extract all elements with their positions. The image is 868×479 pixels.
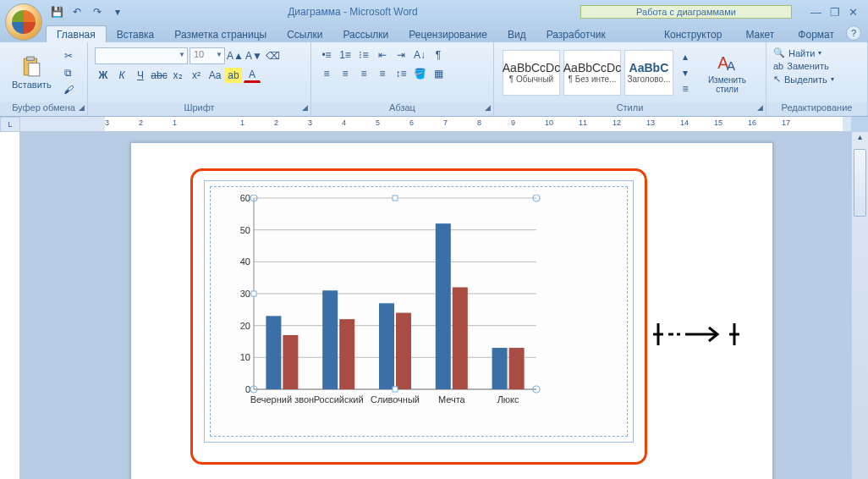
- strike-button[interactable]: abc: [151, 68, 168, 83]
- align-center-button[interactable]: ≡: [337, 66, 354, 81]
- chart-plot-area[interactable]: 0102030405060Вечерний звонРоссийскийСлив…: [230, 195, 543, 410]
- font-name-combo[interactable]: ▼: [95, 47, 188, 64]
- undo-icon[interactable]: ↶: [69, 4, 85, 19]
- line-spacing-button[interactable]: ↕≡: [393, 66, 409, 81]
- scroll-up-icon[interactable]: ▴: [852, 132, 868, 147]
- chevron-down-icon: ▼: [216, 51, 222, 58]
- copy-button[interactable]: ⧉: [60, 65, 77, 80]
- svg-text:10: 10: [240, 352, 250, 362]
- tab-review[interactable]: Рецензирование: [398, 26, 497, 42]
- qat-more-icon[interactable]: ▾: [110, 4, 125, 19]
- change-case-button[interactable]: Aa: [206, 68, 223, 83]
- svg-rect-30: [436, 223, 451, 389]
- contextual-tab-title: Работа с диаграммами: [580, 5, 792, 19]
- office-button[interactable]: [5, 3, 42, 41]
- bullets-button[interactable]: •≡: [318, 47, 335, 63]
- clear-format-button[interactable]: ⌫: [264, 48, 281, 63]
- grow-font-button[interactable]: A▲: [227, 48, 244, 63]
- shrink-font-button[interactable]: A▼: [245, 48, 262, 63]
- resize-hint-annotation: [653, 323, 746, 349]
- font-size-combo[interactable]: 10▼: [190, 47, 225, 64]
- styles-down-icon[interactable]: ▾: [677, 65, 694, 80]
- svg-rect-27: [379, 303, 394, 389]
- tab-insert[interactable]: Вставка: [107, 26, 165, 42]
- change-styles-icon: AA: [716, 52, 738, 74]
- cut-button[interactable]: ✂: [60, 48, 77, 63]
- style-heading1[interactable]: AaBbCЗаголово...: [624, 50, 673, 96]
- scroll-thumb[interactable]: [854, 149, 866, 217]
- chart-object[interactable]: 0102030405060Вечерний звонРоссийскийСлив…: [204, 180, 634, 443]
- select-button[interactable]: ↖Выделить▾: [773, 74, 834, 85]
- increase-indent-button[interactable]: ⇥: [393, 47, 409, 63]
- document-area[interactable]: 0102030405060Вечерний звонРоссийскийСлив…: [20, 132, 851, 479]
- font-color-button[interactable]: A: [244, 68, 261, 83]
- save-icon[interactable]: 💾: [49, 4, 64, 19]
- italic-button[interactable]: К: [113, 68, 130, 83]
- paste-label: Вставить: [12, 80, 52, 90]
- help-button[interactable]: ?: [846, 25, 861, 41]
- style-normal[interactable]: AaBbCcDc¶ Обычный: [503, 50, 560, 96]
- group-styles: AaBbCcDc¶ Обычный AaBbCcDc¶ Без инте... …: [494, 42, 766, 116]
- ruler-corner[interactable]: L: [0, 117, 20, 132]
- svg-rect-25: [339, 319, 354, 389]
- styles-more-icon[interactable]: ≡: [677, 81, 694, 96]
- highlight-button[interactable]: ab: [225, 68, 242, 83]
- paste-button[interactable]: Вставить: [7, 56, 57, 90]
- group-clipboard: Вставить ✂ ⧉ 🖌 Буфер обмена◢: [0, 42, 88, 116]
- minimize-button[interactable]: —: [810, 6, 821, 19]
- bold-button[interactable]: Ж: [95, 68, 112, 83]
- vertical-ruler[interactable]: [0, 132, 20, 479]
- tab-references[interactable]: Ссылки: [277, 26, 332, 42]
- svg-rect-22: [283, 335, 298, 389]
- sort-button[interactable]: A↓: [411, 47, 428, 63]
- group-font-label: Шрифт◢: [88, 102, 310, 116]
- multilevel-button[interactable]: ⁝≡: [355, 47, 372, 63]
- tab-developer[interactable]: Разработчик: [536, 26, 616, 42]
- tab-view[interactable]: Вид: [497, 26, 536, 42]
- borders-button[interactable]: ▦: [430, 66, 447, 81]
- align-left-button[interactable]: ≡: [318, 66, 335, 81]
- style-no-spacing[interactable]: AaBbCcDc¶ Без инте...: [563, 50, 621, 96]
- change-styles-button[interactable]: AA Изменить стили: [695, 52, 759, 94]
- tab-home[interactable]: Главная: [46, 25, 107, 42]
- underline-button[interactable]: Ч: [132, 68, 149, 83]
- svg-text:Вечерний звон: Вечерний звон: [250, 394, 314, 405]
- numbering-button[interactable]: 1≡: [337, 47, 354, 63]
- find-icon: 🔍: [773, 47, 785, 58]
- redo-icon[interactable]: ↷: [90, 4, 105, 19]
- group-editing-label: Редактирование: [766, 102, 867, 116]
- horizontal-ruler[interactable]: 3211234567891011121314151617: [20, 117, 851, 132]
- replace-button[interactable]: abЗаменить: [773, 61, 829, 71]
- justify-button[interactable]: ≡: [374, 66, 391, 81]
- paste-icon: [20, 56, 42, 78]
- tab-chart-layout[interactable]: Макет: [733, 26, 786, 42]
- tab-page-layout[interactable]: Разметка страницы: [164, 26, 277, 42]
- styles-up-icon[interactable]: ▴: [677, 49, 694, 64]
- office-logo-icon: [12, 10, 36, 34]
- page: 0102030405060Вечерний звонРоссийскийСлив…: [130, 142, 773, 479]
- vertical-scrollbar[interactable]: ▴: [851, 132, 868, 479]
- dialog-launcher-icon[interactable]: ◢: [302, 103, 308, 112]
- tab-mailings[interactable]: Рассылки: [332, 26, 398, 42]
- tab-chart-design[interactable]: Конструктор: [652, 26, 733, 42]
- decrease-indent-button[interactable]: ⇤: [374, 47, 391, 63]
- align-right-button[interactable]: ≡: [355, 66, 372, 81]
- shading-button[interactable]: 🪣: [411, 66, 428, 81]
- dialog-launcher-icon[interactable]: ◢: [485, 103, 491, 112]
- superscript-button[interactable]: x²: [188, 68, 205, 83]
- dialog-launcher-icon[interactable]: ◢: [79, 103, 85, 112]
- svg-text:Сливочный: Сливочный: [371, 394, 420, 405]
- dialog-launcher-icon[interactable]: ◢: [757, 103, 763, 112]
- svg-text:Российский: Российский: [314, 394, 364, 405]
- tab-chart-format[interactable]: Формат: [786, 26, 846, 42]
- maximize-button[interactable]: ❐: [830, 6, 840, 19]
- svg-text:20: 20: [240, 321, 250, 331]
- window-controls: — ❐ ✕: [800, 6, 868, 19]
- format-painter-button[interactable]: 🖌: [60, 82, 77, 97]
- quick-access-toolbar: 💾 ↶ ↷ ▾: [49, 4, 125, 19]
- find-button[interactable]: 🔍Найти▾: [773, 47, 821, 58]
- subscript-button[interactable]: x₂: [169, 68, 186, 83]
- close-button[interactable]: ✕: [849, 6, 858, 19]
- svg-text:0: 0: [245, 384, 250, 394]
- show-marks-button[interactable]: ¶: [430, 47, 447, 63]
